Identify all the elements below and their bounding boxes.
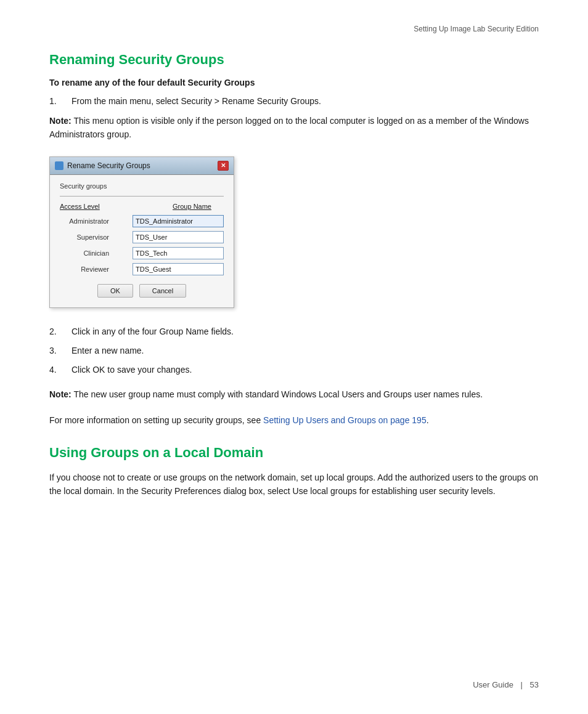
dialog-title-label: Rename Security Groups — [67, 161, 150, 170]
step-4: 4. Click OK to save your changes. — [49, 363, 539, 376]
step-1-text: From the main menu, select Security > Re… — [71, 95, 321, 108]
row-input-supervisor[interactable] — [133, 231, 224, 243]
dialog-buttons: OK Cancel — [60, 284, 224, 298]
dialog-group-label: Security groups — [60, 182, 224, 190]
step-1-num: 1. — [49, 95, 64, 108]
col-access-level-header: Access Level — [60, 203, 100, 210]
note2-block: Note: The new user group name must compl… — [49, 387, 539, 401]
para-after-link: . — [427, 415, 429, 425]
dialog-row-administrator: Administrator — [60, 215, 224, 227]
dialog-row-supervisor: Supervisor — [60, 231, 224, 243]
footer-page-number: 53 — [530, 680, 539, 689]
row-level-clinician: Clinician — [60, 249, 109, 257]
dialog-close-button[interactable]: ✕ — [218, 161, 229, 171]
footer-separator: | — [521, 680, 523, 689]
note1-text: This menu option is visible only if the … — [49, 116, 529, 139]
note2-bold: Note: — [49, 389, 71, 399]
dialog-title-icon — [55, 161, 63, 170]
step-3: 3. Enter a new name. — [49, 344, 539, 357]
section1-title: Renaming Security Groups — [49, 52, 539, 68]
row-level-supervisor: Supervisor — [60, 233, 109, 241]
dialog-row-reviewer: Reviewer — [60, 263, 224, 275]
dialog-title: Rename Security Groups — [55, 161, 150, 170]
dialog-separator — [60, 196, 224, 197]
section2-paragraph: If you choose not to create or use group… — [49, 471, 539, 498]
row-input-clinician[interactable] — [133, 247, 224, 259]
col-group-name-header: Group Name — [173, 203, 211, 210]
page-footer: User Guide | 53 — [473, 680, 539, 689]
page-header: Setting Up Image Lab Security Edition — [49, 25, 539, 33]
step-3-text: Enter a new name. — [71, 344, 144, 357]
dialog-cancel-button[interactable]: Cancel — [139, 284, 186, 298]
setting-up-users-link[interactable]: Setting Up Users and Groups on page 195 — [263, 415, 427, 425]
link-paragraph: For more information on setting up secur… — [49, 413, 539, 427]
para-before-link: For more information on setting up secur… — [49, 415, 263, 425]
step-2-num: 2. — [49, 325, 64, 338]
dialog-ok-button[interactable]: OK — [97, 284, 133, 298]
step-4-num: 4. — [49, 363, 64, 376]
step-2: 2. Click in any of the four Group Name f… — [49, 325, 539, 338]
dialog-row-clinician: Clinician — [60, 247, 224, 259]
section2-title: Using Groups on a Local Domain — [49, 445, 539, 461]
dialog-body: Security groups Access Level Group Name … — [50, 175, 234, 307]
row-level-reviewer: Reviewer — [60, 266, 109, 273]
rename-security-groups-dialog: Rename Security Groups ✕ Security groups… — [49, 156, 234, 308]
footer-left: User Guide — [473, 680, 513, 689]
dialog-screenshot-wrapper: Rename Security Groups ✕ Security groups… — [49, 156, 539, 308]
dialog-column-headers: Access Level Group Name — [60, 203, 224, 210]
section1-bold-heading: To rename any of the four default Securi… — [49, 78, 539, 87]
step-1: 1. From the main menu, select Security >… — [49, 95, 539, 108]
row-input-administrator[interactable] — [133, 215, 224, 227]
note1-block: Note: This menu option is visible only i… — [49, 114, 539, 142]
row-input-reviewer[interactable] — [133, 263, 224, 275]
note1-bold: Note: — [49, 116, 71, 126]
note2-text: The new user group name must comply with… — [71, 389, 483, 399]
step-2-text: Click in any of the four Group Name fiel… — [71, 325, 234, 338]
dialog-titlebar: Rename Security Groups ✕ — [50, 157, 234, 175]
step-4-text: Click OK to save your changes. — [71, 363, 192, 376]
step-3-num: 3. — [49, 344, 64, 357]
row-level-administrator: Administrator — [60, 217, 109, 225]
